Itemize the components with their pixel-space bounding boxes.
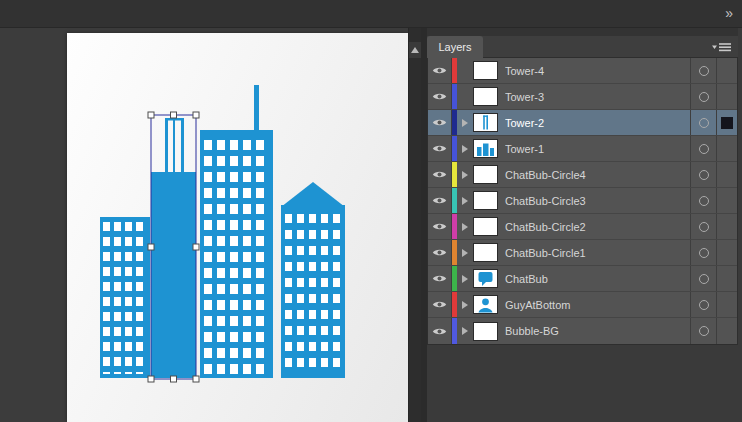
visibility-toggle[interactable] (428, 110, 452, 135)
expand-toggle[interactable] (457, 110, 473, 135)
selection-indicator-cell[interactable] (716, 110, 737, 135)
visibility-toggle[interactable] (428, 292, 452, 317)
expand-arrow-icon (462, 301, 468, 309)
selection-indicator-cell[interactable] (716, 84, 737, 109)
expand-arrow-icon (462, 249, 468, 257)
layer-thumbnail[interactable] (473, 295, 498, 314)
selection-indicator-cell[interactable] (716, 292, 737, 317)
selection-indicator-cell[interactable] (716, 136, 737, 161)
layer-row[interactable]: ChatBub-Circle1 (428, 240, 737, 266)
visibility-toggle[interactable] (428, 318, 452, 344)
layer-row[interactable]: Bubble-BG (428, 318, 737, 344)
visibility-toggle[interactable] (428, 58, 452, 83)
selection-indicator-cell[interactable] (716, 266, 737, 291)
pasteboard (0, 28, 421, 422)
expand-toggle[interactable] (457, 266, 473, 291)
layer-thumbnail[interactable] (473, 87, 498, 106)
visibility-toggle[interactable] (428, 266, 452, 291)
layer-name[interactable]: ChatBub-Circle3 (505, 195, 690, 207)
selection-indicator-cell[interactable] (716, 214, 737, 239)
target-cell[interactable] (690, 188, 716, 213)
target-cell[interactable] (690, 214, 716, 239)
visibility-toggle[interactable] (428, 84, 452, 109)
visibility-toggle[interactable] (428, 214, 452, 239)
layer-name[interactable]: ChatBub-Circle4 (505, 169, 690, 181)
target-cell[interactable] (690, 240, 716, 265)
panel-dock-strip (427, 28, 738, 36)
target-circle-icon (699, 144, 709, 154)
expand-toggle[interactable] (457, 136, 473, 161)
expand-toggle[interactable] (457, 162, 473, 187)
tab-layers[interactable]: Layers (427, 36, 483, 58)
expand-toggle[interactable] (457, 318, 473, 344)
layer-name[interactable]: Bubble-BG (505, 325, 690, 337)
layer-thumbnail[interactable] (473, 269, 498, 288)
expand-dock-button[interactable]: » (725, 5, 733, 21)
target-cell[interactable] (690, 136, 716, 161)
target-cell[interactable] (690, 162, 716, 187)
target-cell[interactable] (690, 292, 716, 317)
target-circle-icon (699, 274, 709, 284)
artwork-buildings[interactable] (100, 85, 345, 378)
target-cell[interactable] (690, 318, 716, 344)
layer-thumbnail[interactable] (473, 61, 498, 80)
layer-thumbnail[interactable] (473, 243, 498, 262)
scroll-up-arrow-icon (411, 47, 419, 53)
selection-indicator-cell[interactable] (716, 162, 737, 187)
eye-icon (432, 66, 447, 75)
expand-arrow-icon (462, 197, 468, 205)
panel-tab-bar: Layers (427, 36, 738, 58)
selection-indicator-cell[interactable] (716, 240, 737, 265)
layer-name[interactable]: GuyAtBottom (505, 299, 690, 311)
visibility-toggle[interactable] (428, 240, 452, 265)
layer-row[interactable]: Tower-3 (428, 84, 737, 110)
panel-menu-icon[interactable] (712, 41, 732, 53)
expand-arrow-icon (462, 275, 468, 283)
target-cell[interactable] (690, 58, 716, 83)
eye-icon (432, 144, 447, 153)
artboard[interactable] (67, 33, 408, 422)
layer-thumbnail[interactable] (473, 139, 498, 158)
layer-row[interactable]: ChatBub-Circle3 (428, 188, 737, 214)
target-cell[interactable] (690, 84, 716, 109)
layer-name[interactable]: ChatBub-Circle2 (505, 221, 690, 233)
scroll-up-button[interactable] (409, 42, 421, 58)
visibility-toggle[interactable] (428, 162, 452, 187)
layer-row[interactable]: ChatBub-Circle4 (428, 162, 737, 188)
eye-icon (432, 274, 447, 283)
layer-name[interactable]: Tower-1 (505, 143, 690, 155)
layer-row[interactable]: Tower-1 (428, 136, 737, 162)
layer-name[interactable]: Tower-3 (505, 91, 690, 103)
layer-row[interactable]: Tower-2 (428, 110, 737, 136)
visibility-toggle[interactable] (428, 188, 452, 213)
expand-toggle[interactable] (457, 214, 473, 239)
target-circle-icon (699, 300, 709, 310)
layer-thumbnail[interactable] (473, 217, 498, 236)
titlebar: » (0, 0, 742, 28)
layer-name[interactable]: ChatBub-Circle1 (505, 247, 690, 259)
expand-toggle[interactable] (457, 292, 473, 317)
layer-name[interactable]: Tower-2 (505, 117, 690, 129)
visibility-toggle[interactable] (428, 136, 452, 161)
target-circle-icon (699, 196, 709, 206)
selection-indicator-cell[interactable] (716, 188, 737, 213)
selection-indicator-cell[interactable] (716, 58, 737, 83)
expand-toggle[interactable] (457, 240, 473, 265)
vertical-scrollbar[interactable] (408, 28, 421, 422)
expand-toggle[interactable] (457, 188, 473, 213)
layer-thumbnail[interactable] (473, 191, 498, 210)
expand-toggle[interactable] (457, 58, 473, 83)
layer-thumbnail[interactable] (473, 113, 498, 132)
layer-row[interactable]: ChatBub-Circle2 (428, 214, 737, 240)
selection-indicator-cell[interactable] (716, 318, 737, 344)
expand-toggle[interactable] (457, 84, 473, 109)
layer-row[interactable]: GuyAtBottom (428, 292, 737, 318)
layer-row[interactable]: Tower-4 (428, 58, 737, 84)
layer-row[interactable]: ChatBub (428, 266, 737, 292)
target-cell[interactable] (690, 266, 716, 291)
layer-thumbnail[interactable] (473, 165, 498, 184)
layer-name[interactable]: ChatBub (505, 273, 690, 285)
layer-name[interactable]: Tower-4 (505, 65, 690, 77)
target-cell[interactable] (690, 110, 716, 135)
layer-thumbnail[interactable] (473, 322, 498, 341)
